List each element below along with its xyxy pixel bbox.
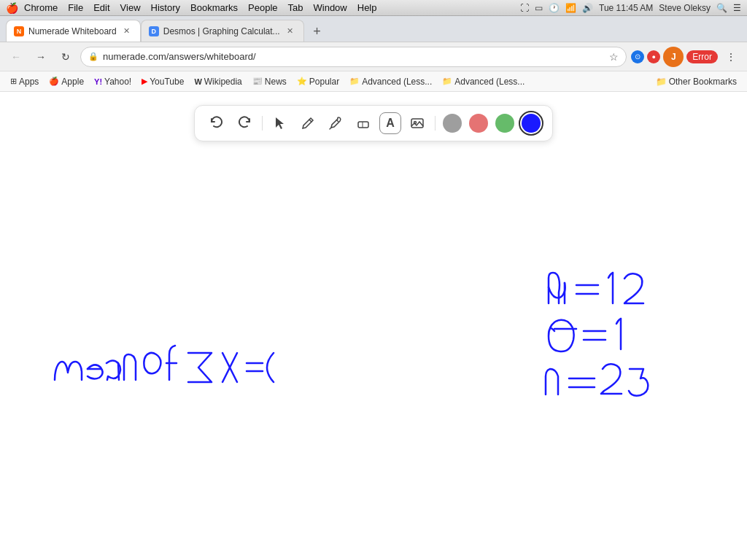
airplay-icon: ▭ <box>535 3 543 13</box>
bookmark-apple-label: Apple <box>61 77 84 87</box>
bookmark-advanced2-label: Advanced (Less... <box>454 77 525 87</box>
tab2-title: Desmos | Graphing Calculat... <box>163 26 280 36</box>
bookmarks-bar: ⊞ Apps 🍎 Apple Y! Yahoo! ▶ YouTube W Wik… <box>0 71 747 92</box>
bookmark-yahoo-label: Yahoo! <box>104 77 131 87</box>
screen-icon: ⛶ <box>520 3 529 13</box>
menu-window[interactable]: Window <box>314 2 347 13</box>
extension-icon-1[interactable]: ⊙ <box>631 50 644 63</box>
titlebar-menu: Chrome File Edit View History Bookmarks … <box>24 2 377 13</box>
bookmark-news[interactable]: 📰 News <box>248 75 291 88</box>
nav-bar: ← → ↻ 🔒 numerade.com/answers/whiteboard/… <box>0 42 747 71</box>
extension-icon-2[interactable]: ● <box>647 50 660 63</box>
titlebar-right: ⛶ ▭ 🕐 📶 🔊 Tue 11:45 AM Steve Oleksy 🔍 ☰ <box>520 3 741 13</box>
back-button[interactable]: ← <box>6 47 26 67</box>
bookmark-advanced2[interactable]: 📁 Advanced (Less... <box>438 75 529 88</box>
menu-help[interactable]: Help <box>357 2 377 13</box>
whiteboard-svg <box>0 92 747 560</box>
menu-icon[interactable]: ☰ <box>733 3 741 13</box>
tab-bar: N Numerade Whiteboard ✕ D Desmos | Graph… <box>0 16 747 42</box>
bookmark-advanced1[interactable]: 📁 Advanced (Less... <box>345 75 436 88</box>
lock-icon: 🔒 <box>88 52 98 61</box>
clock-icon: 🕐 <box>549 3 560 13</box>
bookmark-wikipedia[interactable]: W Wikipedia <box>190 75 246 88</box>
menu-edit[interactable]: Edit <box>93 2 109 13</box>
titlebar: 🍎 Chrome File Edit View History Bookmark… <box>0 0 747 16</box>
tab1-title: Numerade Whiteboard <box>28 26 117 36</box>
bookmark-yahoo[interactable]: Y! Yahoo! <box>90 75 136 88</box>
tab-desmos[interactable]: D Desmos | Graphing Calculat... ✕ <box>141 20 304 42</box>
news-icon: 📰 <box>252 77 263 86</box>
bookmark-other-label: Other Bookmarks <box>669 77 737 87</box>
menu-file[interactable]: File <box>68 2 83 13</box>
user-name: Steve Oleksy <box>659 3 711 13</box>
profile-button[interactable]: J <box>663 47 684 67</box>
whiteboard[interactable]: A <box>0 92 747 560</box>
menu-tab[interactable]: Tab <box>288 2 303 13</box>
time-display: Tue 11:45 AM <box>599 3 653 13</box>
bookmark-popular-label: Popular <box>309 77 339 87</box>
bookmark-youtube[interactable]: ▶ YouTube <box>137 75 188 88</box>
menu-people[interactable]: People <box>248 2 277 13</box>
nav-right-icons: ⊙ ● J Error ⋮ <box>631 47 741 67</box>
error-badge[interactable]: Error <box>686 50 718 63</box>
youtube-icon: ▶ <box>142 77 147 86</box>
tab-numerade[interactable]: N Numerade Whiteboard ✕ <box>6 20 141 42</box>
bookmark-star-icon[interactable]: ☆ <box>609 51 619 63</box>
wikipedia-icon: W <box>194 77 201 86</box>
menu-bookmarks[interactable]: Bookmarks <box>190 2 238 13</box>
folder-other-icon: 📁 <box>656 77 667 87</box>
tab1-favicon: N <box>14 26 24 36</box>
bookmark-apple[interactable]: 🍎 Apple <box>44 75 88 88</box>
bookmark-news-label: News <box>265 77 287 87</box>
bookmark-wikipedia-label: Wikipedia <box>204 77 242 87</box>
bookmark-apps[interactable]: ⊞ Apps <box>6 75 43 88</box>
bookmark-other[interactable]: 📁 Other Bookmarks <box>651 75 741 88</box>
menu-view[interactable]: View <box>120 2 141 13</box>
folder1-icon: 📁 <box>349 77 360 86</box>
folder2-icon: 📁 <box>442 77 452 86</box>
tab2-close[interactable]: ✕ <box>285 26 296 37</box>
new-tab-button[interactable]: + <box>307 21 328 42</box>
browser-chrome: N Numerade Whiteboard ✕ D Desmos | Graph… <box>0 16 747 92</box>
yahoo-icon: Y! <box>94 77 102 86</box>
bookmark-youtube-label: YouTube <box>150 77 184 87</box>
apps-icon: ⊞ <box>10 77 17 86</box>
forward-button[interactable]: → <box>31 47 51 67</box>
browser-menu-button[interactable]: ⋮ <box>721 47 741 67</box>
url-text: numerade.com/answers/whiteboard/ <box>103 51 605 62</box>
search-icon[interactable]: 🔍 <box>716 3 727 13</box>
refresh-button[interactable]: ↻ <box>55 47 76 67</box>
tab2-favicon: D <box>149 26 159 36</box>
apple-logo: 🍎 <box>6 2 18 14</box>
popular-icon: ⭐ <box>297 77 307 86</box>
tab1-close[interactable]: ✕ <box>121 26 133 37</box>
bookmark-advanced1-label: Advanced (Less... <box>362 77 432 87</box>
menu-history[interactable]: History <box>151 2 180 13</box>
bookmark-popular[interactable]: ⭐ Popular <box>293 75 344 88</box>
address-bar[interactable]: 🔒 numerade.com/answers/whiteboard/ ☆ <box>80 47 627 67</box>
apple-bm-icon: 🍎 <box>49 77 59 86</box>
bookmark-apps-label: Apps <box>19 77 39 87</box>
wifi-icon: 📶 <box>565 3 576 13</box>
volume-icon: 🔊 <box>582 3 593 13</box>
menu-chrome[interactable]: Chrome <box>24 2 58 13</box>
